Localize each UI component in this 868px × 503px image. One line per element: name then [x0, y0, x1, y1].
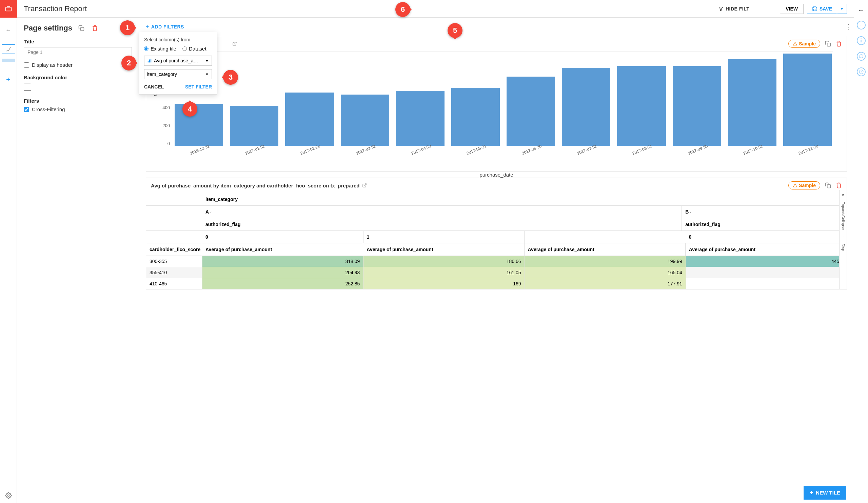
expand-collapse-label[interactable]: Expand/Collapse	[841, 200, 845, 232]
svg-point-1	[8, 495, 9, 496]
duplicate-icon[interactable]	[77, 25, 86, 31]
radio-existing-tile[interactable]: Existing tile	[144, 46, 176, 52]
display-label[interactable]: Disp	[841, 242, 845, 253]
callout-6: 6	[395, 2, 410, 17]
back-icon[interactable]: ←	[6, 27, 11, 34]
chart-x-labels: 2016-12-312017-01-312017-02-282017-03-31…	[173, 147, 833, 152]
auth-flag-b: authorized_flag	[682, 218, 847, 230]
title-label: Title	[24, 39, 132, 44]
page-thumbnail-active[interactable]	[2, 44, 15, 54]
chart-tile: Sample Count o 100	[146, 36, 847, 171]
popover-prompt: Select column(s) from	[144, 37, 212, 42]
tile-delete-icon[interactable]	[836, 41, 842, 47]
display-as-header-row[interactable]: Display as header	[24, 62, 132, 68]
hide-filters-button[interactable]: HIDE FILT	[718, 6, 749, 11]
left-rail: ← +	[0, 0, 17, 503]
chart-bars	[173, 51, 833, 146]
right-rail: ← + i	[854, 0, 868, 503]
callout-3: 3	[223, 70, 238, 85]
pivot-row-header: cardholder_fico_score	[146, 243, 202, 255]
pivot-col-header: item_category	[202, 193, 847, 206]
dashboard-canvas: ⋮ + ADD FILTERS	[139, 18, 854, 503]
pivot-tile: Avg of purchase_amount by item_category …	[146, 178, 847, 290]
plus-icon[interactable]: +	[841, 232, 844, 242]
pivot-col-a[interactable]: A‹	[202, 206, 682, 218]
popover-set-filter-button[interactable]: SET FILTER	[185, 84, 212, 90]
svg-rect-7	[149, 60, 150, 63]
save-icon	[812, 6, 817, 11]
delete-icon[interactable]	[91, 25, 99, 31]
add-circle-icon[interactable]: +	[857, 21, 866, 30]
svg-rect-4	[827, 185, 831, 188]
popover-cancel-button[interactable]: CANCEL	[144, 84, 164, 90]
sample-chip[interactable]: Sample	[788, 40, 820, 48]
save-caret-button[interactable]: ▼	[837, 4, 847, 14]
view-button[interactable]: VIEW	[780, 4, 804, 14]
pivot-col-b[interactable]: B‹	[682, 206, 847, 218]
svg-rect-3	[827, 43, 831, 46]
bars-icon	[147, 58, 152, 63]
pivot-side-controls: » Expand/Collapse + Disp	[839, 190, 847, 289]
cross-filtering-checkbox[interactable]	[24, 107, 29, 112]
page-title-input[interactable]	[24, 47, 132, 57]
info-circle-icon[interactable]: i	[857, 36, 866, 45]
column-select-dropdown[interactable]: item_category ▼	[144, 69, 212, 79]
svg-rect-6	[148, 61, 148, 62]
more-menu-icon[interactable]: ⋮	[846, 23, 852, 31]
tile-select-dropdown[interactable]: Avg of purchase_a… ▼	[144, 55, 212, 66]
filters-label: Filters	[24, 98, 132, 104]
chart-x-label: purchase_date	[153, 172, 840, 178]
save-button[interactable]: SAVE	[807, 4, 837, 14]
new-tile-button[interactable]: + NEW TILE	[804, 486, 846, 500]
chat-circle-icon[interactable]	[857, 52, 866, 61]
svg-rect-2	[81, 28, 84, 31]
page-settings-heading: Page settings	[24, 24, 72, 33]
pivot-sample-chip[interactable]: Sample	[788, 181, 820, 189]
add-filters-button[interactable]: + ADD FILTERS	[146, 24, 847, 30]
bg-color-label: Background color	[24, 75, 132, 80]
callout-2: 2	[121, 55, 136, 71]
pivot-title: Avg of purchase_amount by item_category …	[151, 183, 359, 188]
callout-1: 1	[120, 20, 135, 35]
pivot-delete-icon[interactable]	[836, 182, 842, 188]
bg-color-swatch[interactable]	[24, 83, 31, 91]
open-pivot-icon[interactable]	[362, 183, 367, 188]
page-settings-sidebar: Page settings Title Display as header Ba…	[17, 18, 139, 503]
cross-filtering-row[interactable]: Cross-Filtering	[24, 106, 132, 112]
display-as-header-checkbox[interactable]	[24, 62, 29, 68]
page-thumbnail-2[interactable]	[2, 59, 15, 68]
settings-gear-icon[interactable]	[5, 492, 12, 499]
callout-5: 5	[447, 23, 463, 38]
filter-icon	[718, 6, 724, 11]
chevron-down-icon: ▼	[205, 72, 209, 76]
open-tile-icon[interactable]	[232, 41, 237, 46]
svg-rect-0	[6, 7, 11, 11]
history-circle-icon[interactable]	[857, 67, 866, 76]
topbar: Transaction Report HIDE FILT VIEW SAVE ▼	[17, 0, 854, 18]
chevron-down-icon: ▼	[205, 59, 209, 63]
page-title: Transaction Report	[24, 4, 718, 13]
radio-dataset[interactable]: Dataset	[183, 46, 206, 52]
tile-duplicate-icon[interactable]	[825, 41, 831, 47]
app-logo[interactable]	[0, 0, 17, 18]
svg-rect-8	[151, 59, 151, 62]
pivot-duplicate-icon[interactable]	[825, 182, 831, 188]
add-filter-popover: Select column(s) from Existing tile Data…	[139, 32, 217, 95]
chevron-down-icon[interactable]: »	[842, 190, 845, 200]
callout-4: 4	[183, 102, 197, 117]
auth-flag-a: authorized_flag	[202, 218, 682, 230]
back-arrow-right[interactable]: ←	[858, 6, 865, 14]
add-page-button[interactable]: +	[2, 73, 15, 86]
